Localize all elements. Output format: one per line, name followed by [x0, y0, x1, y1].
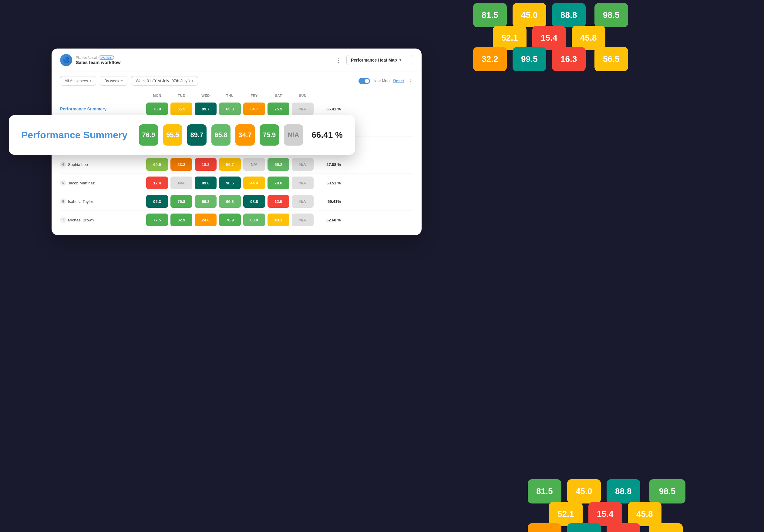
col-header-wed: WED	[194, 94, 218, 97]
isabella-thu: 66.8	[219, 195, 241, 208]
isabella-percent: 69.41%	[315, 199, 342, 204]
heatmap-toggle: Heat Map	[358, 78, 389, 84]
week-grouping-filter[interactable]: By week ▾	[100, 76, 127, 86]
reset-button[interactable]: Reset	[393, 79, 404, 83]
bg-tile: 16.3	[552, 47, 586, 71]
summary-percent: 66.41 %	[315, 107, 342, 111]
bg-tile: 56.5	[594, 47, 628, 71]
bg-tile: 88.8	[552, 3, 586, 27]
summary-mon: 76.9	[146, 102, 168, 115]
filter-options-icon[interactable]: ⋮	[408, 78, 413, 84]
table-row-sophia: 4 Sophia Lee 69.5 23.2 18.2 56.7 N/A 65.…	[60, 155, 413, 174]
isabella-sat: 12.5	[268, 195, 289, 208]
header-subtitle: Plan vs Actual ACTIVE	[76, 56, 335, 60]
bg-tile-bottom: 45.0	[567, 479, 601, 503]
big-cell-tue: 55.5	[163, 124, 183, 146]
col-header-sat: SAT	[266, 94, 290, 97]
view-selector-label: Performance Heat Map	[351, 58, 397, 63]
jacob-sun: N/A	[292, 177, 313, 189]
isabella-wed: 66.3	[195, 195, 217, 208]
view-selector[interactable]: Performance Heat Map ▾	[346, 55, 413, 65]
sophia-sat: 65.2	[268, 158, 289, 171]
col-header-mon: MON	[145, 94, 169, 97]
col-header-tue: TUE	[169, 94, 194, 97]
big-summary-percent: 66.41 %	[311, 130, 343, 140]
bg-tile: 45.0	[512, 3, 546, 27]
bg-tile-bottom: 15.4	[588, 502, 622, 526]
summary-sat: 75.9	[268, 102, 289, 115]
card-header: 🔵 Plan vs Actual ACTIVE Sales team workf…	[52, 49, 422, 72]
jacob-wed: 89.8	[195, 177, 217, 189]
bg-tile: 81.5	[473, 3, 507, 27]
header-options[interactable]: ⋮	[335, 57, 341, 64]
sophia-fry: N/A	[243, 158, 265, 171]
michael-mon: 77.5	[146, 214, 168, 226]
col-header-thu: THU	[218, 94, 242, 97]
summary-row-name: Performance Summery	[60, 106, 145, 111]
bg-tile: 15.4	[532, 26, 566, 50]
bg-tile-bottom: 52.1	[549, 502, 583, 526]
heatmap-toggle-switch[interactable]	[358, 78, 370, 84]
table-header: MON TUE WED THU FRY SAT SUN	[60, 90, 413, 100]
week-range-chevron-icon: ▾	[192, 79, 194, 83]
week-grouping-label: By week	[104, 79, 119, 83]
bg-tile-bottom: 99.5	[567, 523, 601, 532]
jacob-thu: 90.5	[219, 177, 241, 189]
logo: 🔵	[60, 54, 72, 66]
sophia-sun: N/A	[292, 158, 313, 171]
bg-tile-bottom: 56.5	[649, 523, 683, 532]
bg-tile-bottom: 32.2	[528, 523, 561, 532]
summary-thu: 65.8	[219, 102, 241, 115]
isabella-fry: 98.8	[243, 195, 265, 208]
big-cell-mon: 76.9	[139, 124, 158, 146]
table-row-isabella: 6 Isabella Taylor 96.3 75.8 66.3 66.8 98…	[60, 192, 413, 211]
assignees-label: All Assignees	[65, 79, 88, 83]
sophia-name: 4 Sophia Lee	[60, 161, 145, 167]
table-row-michael: 7 Michael Brown 77.5 82.9 24.8 78.9 68.9…	[60, 211, 413, 229]
jacob-number: 5	[60, 180, 66, 186]
big-cell-sat: 75.9	[260, 124, 279, 146]
michael-percent: 62.68 %	[315, 218, 342, 222]
michael-tue: 82.9	[170, 214, 192, 226]
jacob-percent: 53.51 %	[315, 181, 342, 185]
isabella-name: 6 Isabella Taylor	[60, 198, 145, 204]
heatmap-toggle-label: Heat Map	[372, 79, 389, 83]
col-header-pct	[315, 94, 342, 97]
bg-tile-bottom: 45.8	[628, 502, 662, 526]
filters-row: All Assignees ▾ By week ▾ Week 01 (01st …	[52, 72, 422, 90]
jacob-sat: 79.0	[268, 177, 289, 189]
plan-vs-actual-label: Plan vs Actual	[76, 56, 97, 60]
michael-wed: 24.8	[195, 214, 217, 226]
bg-tile-bottom: 88.8	[607, 479, 640, 503]
michael-sat: 43.1	[268, 214, 289, 226]
workflow-title: Sales team workflow	[76, 60, 335, 65]
sophia-mon: 69.5	[146, 158, 168, 171]
assignees-chevron-icon: ▾	[90, 79, 92, 83]
michael-name: 7 Michael Brown	[60, 217, 145, 223]
bg-tile: 45.8	[572, 26, 605, 50]
table-container: MON TUE WED THU FRY SAT SUN Performance …	[52, 90, 422, 235]
big-summary-title: Performance Summery	[21, 129, 136, 141]
isabella-mon: 96.3	[146, 195, 168, 208]
bg-tile-bottom: 16.3	[607, 523, 640, 532]
summary-wed: 89.7	[195, 102, 217, 115]
assignees-filter[interactable]: All Assignees ▾	[60, 76, 96, 86]
michael-sun: N/A	[292, 214, 313, 226]
sophia-number: 4	[60, 161, 66, 167]
michael-thu: 78.9	[219, 214, 241, 226]
bg-tile: 32.2	[473, 47, 507, 71]
sophia-percent: 27.88 %	[315, 162, 342, 167]
big-cell-wed: 89.7	[187, 124, 207, 146]
week-range-filter[interactable]: Week 01 (01st July -07th July ) ▾	[131, 76, 198, 86]
sophia-wed: 18.2	[195, 158, 217, 171]
jacob-tue: N/A	[170, 177, 192, 189]
big-cell-thu: 65.8	[211, 124, 231, 146]
isabella-tue: 75.8	[170, 195, 192, 208]
big-summary-card: Performance Summery 76.9 55.5 89.7 65.8 …	[9, 115, 355, 155]
bg-tile: 52.1	[493, 26, 526, 50]
active-badge: ACTIVE	[98, 56, 114, 60]
michael-fry: 68.9	[243, 214, 265, 226]
big-cell-sun: N/A	[284, 124, 303, 146]
summary-fry: 34.7	[243, 102, 265, 115]
title-group: Plan vs Actual ACTIVE Sales team workflo…	[76, 56, 335, 65]
